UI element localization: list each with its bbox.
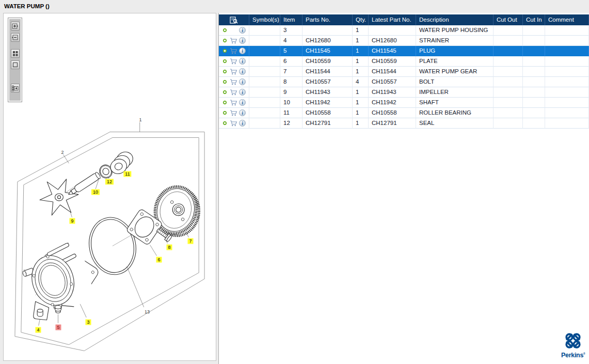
- info-icon[interactable]: i: [239, 27, 246, 34]
- diagram-callout[interactable]: 8: [166, 245, 172, 250]
- diagram-callout[interactable]: 7: [187, 239, 193, 244]
- add-to-cart-icon[interactable]: [230, 110, 237, 116]
- perkins-logo-text: Perkins®: [561, 352, 585, 359]
- zoom-in-button[interactable]: [11, 22, 20, 30]
- gear-icon[interactable]: [221, 27, 228, 34]
- diagram-callout[interactable]: 3: [85, 320, 91, 325]
- info-icon[interactable]: i: [239, 37, 246, 44]
- gear-icon[interactable]: [221, 78, 228, 85]
- fit-view-button[interactable]: [11, 60, 20, 69]
- zoom-in-icon: [12, 23, 18, 29]
- column-header[interactable]: Qty.: [353, 14, 369, 25]
- info-icon[interactable]: i: [239, 68, 246, 75]
- info-icon[interactable]: i: [239, 99, 246, 106]
- diagram-callout[interactable]: 10: [91, 189, 100, 195]
- cell-comment: [545, 36, 589, 46]
- cell-item: 6: [280, 56, 303, 67]
- parts-table-row[interactable]: i 7 CH11544 1 CH11544 WATER PUMP GEAR: [219, 67, 589, 77]
- parts-table-row[interactable]: i 6 CH10559 1 CH10559 PLATE: [219, 56, 589, 67]
- gear-icon[interactable]: [221, 109, 228, 116]
- diagram-callout[interactable]: 12: [105, 179, 114, 185]
- column-header[interactable]: Latest Part No.: [369, 14, 416, 25]
- diagram-callout[interactable]: 5: [55, 325, 61, 330]
- cell-item: 10: [280, 98, 303, 108]
- diagram-callout[interactable]: 4: [35, 327, 41, 333]
- diagram-callout[interactable]: 1: [137, 117, 143, 123]
- cell-item: 4: [280, 36, 303, 46]
- cell-symbols: [249, 67, 280, 77]
- info-icon[interactable]: i: [239, 109, 246, 116]
- info-icon[interactable]: i: [239, 78, 246, 85]
- diagram-callout[interactable]: 2: [59, 150, 65, 155]
- info-icon[interactable]: i: [239, 89, 246, 96]
- cell-cut-out: [494, 25, 523, 36]
- zoom-out-icon: [12, 35, 18, 41]
- cell-cut-out: [494, 118, 523, 129]
- cell-latest-part-no: CH11942: [369, 98, 416, 108]
- add-to-cart-icon[interactable]: [230, 69, 237, 75]
- cell-qty: 4: [353, 77, 369, 87]
- cell-latest-part-no: CH12791: [369, 118, 416, 129]
- column-header[interactable]: Parts No.: [303, 14, 353, 25]
- cell-comment: [545, 46, 589, 56]
- parts-table-row[interactable]: i 4 CH12680 1 CH12680 STRAINER: [219, 36, 589, 46]
- parts-table-header: Symbol(s)ItemParts No.Qty.Latest Part No…: [219, 14, 589, 25]
- diagram-callout[interactable]: 9: [69, 218, 75, 224]
- add-to-cart-icon[interactable]: [230, 120, 237, 126]
- row-actions-cell: i: [219, 118, 249, 129]
- add-to-cart-icon[interactable]: [230, 89, 237, 96]
- fit-view-icon: [12, 62, 18, 68]
- diagram-callout[interactable]: 11: [123, 171, 131, 177]
- column-header[interactable]: Symbol(s): [249, 14, 280, 25]
- cell-parts-no: CH12680: [303, 36, 353, 46]
- gear-icon[interactable]: [221, 99, 228, 106]
- cell-description: PLATE: [416, 56, 494, 67]
- gear-icon[interactable]: [221, 37, 228, 44]
- exploded-view-drawing: [4, 13, 216, 360]
- diagram-callout[interactable]: 6: [156, 257, 162, 263]
- tile-view-icon: [12, 51, 18, 56]
- cell-cut-in: [523, 56, 545, 67]
- header-select-column[interactable]: [219, 14, 249, 25]
- add-to-cart-icon[interactable]: [230, 58, 237, 65]
- info-icon[interactable]: i: [239, 58, 246, 65]
- parts-table-row[interactable]: i 8 CH10557 4 CH10557 BOLT: [219, 77, 589, 87]
- add-to-cart-icon[interactable]: [230, 100, 237, 106]
- parts-table-row[interactable]: i 5 CH11545 1 CH11545 PLUG: [219, 46, 589, 56]
- parts-table-row[interactable]: i 9 CH11943 1 CH11943 IMPELLER: [219, 87, 589, 98]
- column-header[interactable]: Cut Out: [494, 14, 523, 25]
- add-to-cart-icon[interactable]: [230, 48, 237, 54]
- cell-latest-part-no: CH10558: [369, 108, 416, 118]
- parts-table-row[interactable]: i 12 CH12791 1 CH12791 SEAL: [219, 118, 589, 129]
- cell-parts-no: CH10558: [303, 108, 353, 118]
- zoom-out-button[interactable]: [11, 33, 20, 42]
- gear-icon[interactable]: [221, 89, 228, 96]
- cell-description: PLUG: [416, 46, 494, 56]
- gear-icon[interactable]: [221, 120, 228, 126]
- cell-symbols: [249, 118, 280, 129]
- gear-icon[interactable]: [221, 58, 228, 65]
- column-header[interactable]: Description: [416, 14, 494, 25]
- tile-view-button[interactable]: [11, 49, 20, 58]
- cell-item: 5: [280, 46, 303, 56]
- diagram-callout[interactable]: 13: [143, 309, 151, 315]
- gear-icon[interactable]: [221, 48, 228, 54]
- cell-description: WATER PUMP HOUSING: [416, 25, 494, 36]
- cell-cut-out: [494, 67, 523, 77]
- parts-table-row[interactable]: i 10 CH11942 1 CH11942 SHAFT: [219, 98, 589, 108]
- info-icon[interactable]: i: [239, 120, 246, 126]
- parts-table-row[interactable]: i 11 CH10558 1 CH10558 ROLLER BEARING: [219, 108, 589, 118]
- info-icon[interactable]: i: [239, 48, 246, 54]
- cell-symbols: [249, 98, 280, 108]
- add-to-cart-icon[interactable]: [230, 38, 237, 44]
- add-to-cart-icon[interactable]: [230, 79, 237, 85]
- gear-icon[interactable]: [221, 68, 228, 75]
- column-header[interactable]: Cut In: [523, 14, 545, 25]
- cell-comment: [545, 118, 589, 129]
- column-header[interactable]: Comment: [545, 14, 589, 25]
- cell-parts-no: CH11545: [303, 46, 353, 56]
- parts-table-row[interactable]: i 3 1 WATER PUMP HOUSING: [219, 25, 589, 36]
- cell-parts-no: [303, 25, 353, 36]
- toggle-panel-button[interactable]: [11, 84, 20, 92]
- column-header[interactable]: Item: [280, 14, 303, 25]
